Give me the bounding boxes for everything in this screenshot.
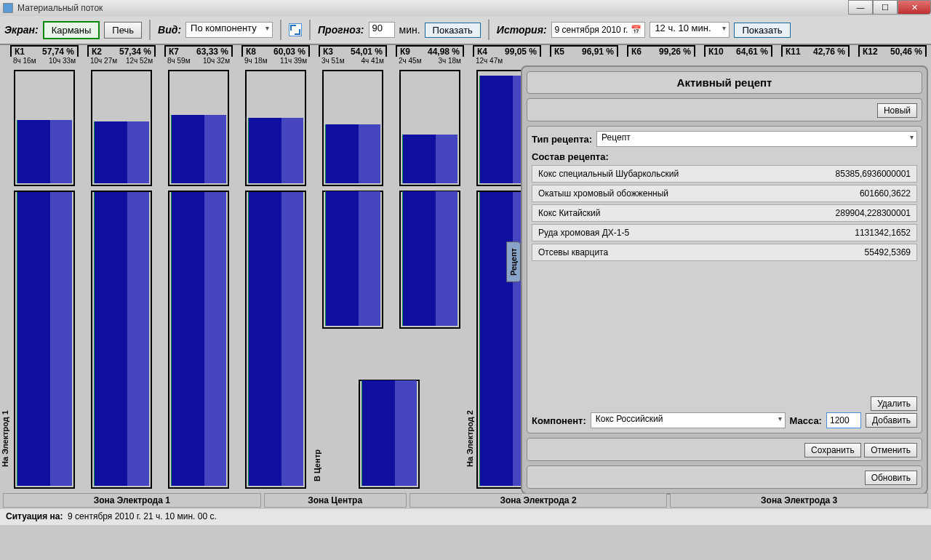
- silo-header: К257,34 %: [87, 45, 156, 57]
- history-date-value: 9 сентября 2010 г.: [555, 25, 628, 35]
- history-date-picker[interactable]: 9 сентября 2010 г. 📅: [551, 22, 646, 38]
- silo-bottom-bin: [14, 191, 75, 489]
- delete-button[interactable]: Удалить: [871, 396, 917, 411]
- zone-2: Зона Центра: [264, 493, 407, 508]
- status-value: 9 сентября 2010 г. 21 ч. 10 мин. 00 с.: [68, 511, 217, 521]
- separator: [488, 20, 490, 40]
- silo-header: К944,98 %: [396, 45, 464, 57]
- silo-times: [627, 57, 695, 65]
- history-show-button[interactable]: Показать: [734, 23, 790, 38]
- vlabel-electrode1: На Электрод 1: [1, 410, 9, 467]
- silo-К8[interactable]: К860,03 %9ч 18м11ч 39м: [241, 45, 310, 65]
- component-row[interactable]: Отсевы кварцита55492,5369: [532, 244, 917, 261]
- silo-times: 10ч 27м12ч 52м: [87, 57, 156, 65]
- mass-label: Масса:: [790, 415, 822, 426]
- silo-header: К1142,76 %: [781, 45, 850, 57]
- new-button[interactable]: Новый: [877, 103, 917, 118]
- window-title: Материальный поток: [17, 3, 103, 13]
- silo-header: К596,91 %: [550, 45, 618, 57]
- silo-top-bin: [399, 70, 460, 186]
- silo-К10[interactable]: К1064,61 %: [704, 45, 772, 65]
- silo-bottom-bin-merged: [359, 380, 420, 489]
- silo-times: [550, 57, 618, 65]
- silo-times: [704, 57, 772, 65]
- silo-К3[interactable]: К354,01 %3ч 51м4ч 41м: [319, 45, 387, 65]
- forecast-label: Прогноз:: [318, 24, 364, 36]
- panel-composition-section: Тип рецепта: Рецепт Состав рецепта: Кокс…: [527, 126, 922, 433]
- component-row[interactable]: Кокс Китайский289904,228300001: [532, 204, 917, 222]
- vlabel-center: В Центр: [313, 449, 321, 481]
- cancel-button[interactable]: Отменить: [864, 443, 917, 457]
- silo-times: 2ч 45м3ч 18м: [396, 57, 464, 65]
- screen-pockets-button[interactable]: Карманы: [43, 21, 100, 39]
- recipe-type-select[interactable]: Рецепт: [596, 131, 917, 147]
- silo-К5[interactable]: К596,91 %: [550, 45, 618, 65]
- silo-times: [781, 57, 850, 65]
- silo-times: 12ч 47м: [473, 57, 541, 65]
- view-combo[interactable]: По компоненту: [185, 22, 273, 38]
- zone-1: Зона Электрода 1: [3, 493, 261, 508]
- composition-label: Состав рецепта:: [532, 151, 917, 162]
- silo-top-bin: [91, 70, 152, 186]
- panel-new-section: Новый: [527, 98, 922, 121]
- component-label: Компонент:: [532, 415, 586, 426]
- separator: [309, 20, 311, 40]
- recipe-type-label: Тип рецепта:: [532, 134, 592, 145]
- silo-top-bin: [322, 70, 383, 186]
- silo-К2[interactable]: К257,34 %10ч 27м12ч 52м: [87, 45, 156, 65]
- zone-bar: Зона Электрода 1 Зона Центра Зона Электр…: [3, 493, 928, 508]
- silo-bottom-bin: [168, 191, 229, 489]
- screen-label: Экран:: [4, 24, 39, 36]
- silo-bottom-bin: [322, 191, 383, 329]
- component-select[interactable]: Кокс Российский: [591, 412, 786, 428]
- calendar-icon: 📅: [631, 25, 642, 35]
- silo-К4[interactable]: К499,05 %12ч 47м: [473, 45, 541, 65]
- recipe-tab[interactable]: Рецепт: [506, 241, 521, 282]
- minimize-button[interactable]: —: [848, 0, 873, 15]
- recipe-panel: Рецепт Активный рецепт Новый Тип рецепта…: [521, 65, 928, 495]
- add-button[interactable]: Добавить: [866, 413, 917, 428]
- silo-К12[interactable]: К1250,46 %: [858, 45, 927, 65]
- silo-header: К157,74 %: [10, 45, 79, 57]
- component-row[interactable]: Кокс специальный Шубаркольский85385,6936…: [532, 165, 917, 183]
- silo-К1[interactable]: К157,74 %8ч 16м10ч 33м: [10, 45, 79, 65]
- silo-header: К860,03 %: [241, 45, 310, 57]
- component-row[interactable]: Руда хромовая ДХ-1-51131342,1652: [532, 224, 917, 241]
- separator: [280, 20, 281, 40]
- forecast-input[interactable]: 90: [369, 22, 395, 38]
- silo-К11[interactable]: К1142,76 %: [781, 45, 850, 65]
- maximize-button[interactable]: ☐: [873, 0, 898, 15]
- history-time-combo[interactable]: 12 ч. 10 мин.: [650, 22, 730, 38]
- history-label: История:: [497, 24, 547, 36]
- save-button[interactable]: Сохранить: [804, 443, 861, 457]
- panel-save-section: Сохранить Отменить: [527, 438, 922, 461]
- silo-times: [858, 57, 927, 65]
- component-list: Кокс специальный Шубаркольский85385,6936…: [532, 165, 917, 393]
- separator: [149, 20, 151, 40]
- app-icon: [3, 3, 13, 13]
- silo-К9[interactable]: К944,98 %2ч 45м3ч 18м: [396, 45, 464, 65]
- screen-furnace-button[interactable]: Печь: [104, 22, 142, 39]
- view-label: Вид:: [158, 24, 181, 36]
- silo-bottom-bin: [399, 191, 460, 329]
- fullscreen-icon[interactable]: [289, 23, 302, 36]
- silo-times: 3ч 51м4ч 41м: [319, 57, 387, 65]
- refresh-button[interactable]: Обновить: [865, 471, 917, 485]
- silo-times: 9ч 18м11ч 39м: [241, 57, 310, 65]
- silo-times: 8ч 16м10ч 33м: [10, 57, 79, 65]
- silo-top-bin: [14, 70, 75, 186]
- silo-times: 8ч 59м10ч 32м: [164, 57, 233, 65]
- close-button[interactable]: ✕: [898, 0, 931, 15]
- zone-3: Зона Электрода 2: [409, 493, 668, 508]
- mass-input[interactable]: [826, 412, 861, 428]
- titlebar: Материальный поток: [0, 0, 931, 16]
- silo-header: К699,26 %: [627, 45, 695, 57]
- toolbar: Экран: Карманы Печь Вид: По компоненту П…: [0, 16, 931, 45]
- silo-К6[interactable]: К699,26 %: [627, 45, 695, 65]
- vlabel-electrode2: На Электрод 2: [466, 410, 474, 467]
- main-area: К157,74 %8ч 16м10ч 33мК257,34 %10ч 27м12…: [0, 45, 931, 525]
- component-row[interactable]: Окатыш хромовый обожженный601660,3622: [532, 185, 917, 202]
- silo-К7[interactable]: К763,33 %8ч 59м10ч 32м: [164, 45, 233, 65]
- forecast-show-button[interactable]: Показать: [425, 23, 481, 38]
- silo-header: К499,05 %: [473, 45, 541, 57]
